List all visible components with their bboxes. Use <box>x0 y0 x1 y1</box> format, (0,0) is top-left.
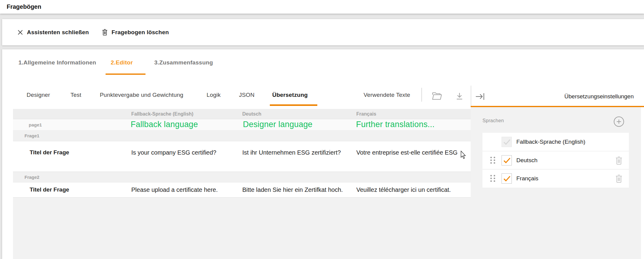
close-wizard-button[interactable]: Assistenten schließen <box>17 29 89 36</box>
delete-language-icon[interactable] <box>615 174 623 185</box>
mouse-cursor <box>461 151 467 161</box>
collapse-panel-button[interactable] <box>475 92 485 102</box>
tab-json[interactable]: JSON <box>239 92 254 98</box>
column-header-francais: Français <box>356 111 376 117</box>
group-label-frage2: Frage2 <box>25 175 39 180</box>
settings-panel-title: Übersetzungseinstellungen <box>564 93 634 100</box>
add-language-icon <box>613 123 624 128</box>
wizard-toolbar: Assistenten schließen Fragebogen löschen <box>2 19 644 45</box>
translation-settings-panel: Sprachen Fallback-Sprache (English) <box>471 107 641 259</box>
language-row-fallback: Fallback-Sprache (English) <box>482 133 629 151</box>
tab-uebersetzung[interactable]: Übersetzung <box>272 92 308 98</box>
group-label-frage1: Frage1 <box>25 133 39 138</box>
drag-handle-icon[interactable] <box>490 175 496 183</box>
table-row-frage1-title: Titel der Frage Is your company ESG cert… <box>13 141 471 172</box>
language-checkbox-francais[interactable] <box>502 173 512 184</box>
delete-language-icon[interactable] <box>615 156 623 166</box>
annotation-designer-language: Designer language <box>243 120 312 129</box>
tab-verwendete-texte[interactable]: Verwendete Texte <box>364 92 410 98</box>
annotation-fallback-language: Fallback language <box>131 120 198 129</box>
table-row-frage2-title: Titel der Frage Please upload a certific… <box>13 182 471 198</box>
close-icon <box>17 29 23 35</box>
download-icon <box>455 97 464 102</box>
table-group-frage2: Frage2 <box>13 172 471 182</box>
translation-cell-q1-francais[interactable]: Votre entreprise est-elle certifiée ESG <box>356 149 458 156</box>
add-language-button[interactable] <box>613 116 624 127</box>
row-label-titel-der-frage: Titel der Frage <box>30 186 69 193</box>
language-name: Deutsch <box>516 157 538 164</box>
delete-questionnaire-label: Fragebogen löschen <box>112 29 169 36</box>
language-row-deutsch: Deutsch <box>482 151 629 169</box>
tab-punktevergabe[interactable]: Punktevergabe und Gewichtung <box>100 92 183 98</box>
toolbar-divider <box>421 88 422 102</box>
translation-table: Fallback-Sprache (English) Deutsch Franç… <box>13 109 471 259</box>
folder-open-icon <box>431 97 442 102</box>
trash-icon <box>102 29 108 36</box>
translation-cell-q1-deutsch[interactable]: Ist ihr Unternehmen ESG zertifiziert? <box>242 149 341 156</box>
row-label-titel-der-frage: Titel der Frage <box>30 149 69 156</box>
language-checkbox-deutsch[interactable] <box>502 155 512 166</box>
table-header-row: Fallback-Sprache (English) Deutsch Franç… <box>13 109 471 119</box>
translation-cell-q2-deutsch[interactable]: Bitte laden Sie hier ein Zertifkat hoch. <box>242 186 343 193</box>
table-row-page1: page1 Fallback language Designer languag… <box>13 119 471 130</box>
editor-card: 1.Allgemeine Informationen 2.Editor 3.Zu… <box>2 49 644 259</box>
translation-cell-q1-fallback[interactable]: Is your company ESG certified? <box>131 149 216 156</box>
annotation-further-translations: Further translations... <box>356 120 435 129</box>
step-editor[interactable]: 2.Editor <box>111 59 133 66</box>
language-name: Français <box>516 175 538 182</box>
step-zusammenfassung[interactable]: 3.Zusammenfassung <box>154 59 213 66</box>
import-button[interactable] <box>431 91 442 102</box>
language-name: Fallback-Sprache (English) <box>516 139 585 145</box>
app-header: Fragebögen <box>0 0 644 14</box>
translation-cell-q2-francais[interactable]: Veuillez télécharger ici un certificat. <box>356 186 451 193</box>
language-row-francais: Français <box>482 169 629 187</box>
translation-cell-q2-fallback[interactable]: Please upload a certificate here. <box>131 186 218 193</box>
drag-handle-icon[interactable] <box>490 157 496 165</box>
column-header-fallback: Fallback-Sprache (English) <box>131 111 193 117</box>
table-group-frage1: Frage1 <box>13 130 471 141</box>
page-title: Fragebögen <box>7 3 41 10</box>
close-wizard-label: Assistenten schließen <box>27 29 89 36</box>
language-list: Fallback-Sprache (English) Deutsch <box>482 133 629 188</box>
active-tab-underline <box>270 104 317 106</box>
export-button[interactable] <box>455 92 464 102</box>
collapse-panel-icon <box>475 97 485 102</box>
tab-designer[interactable]: Designer <box>27 92 50 98</box>
delete-questionnaire-button[interactable]: Fragebogen löschen <box>102 29 169 36</box>
tab-test[interactable]: Test <box>70 92 81 98</box>
language-checkbox-fallback <box>502 137 512 147</box>
column-header-deutsch: Deutsch <box>242 111 261 117</box>
page-row-label: page1 <box>29 122 42 127</box>
active-step-underline <box>106 74 145 75</box>
tab-logik[interactable]: Logik <box>207 92 221 98</box>
table-empty-area <box>13 198 471 259</box>
languages-section-label: Sprachen <box>482 118 504 123</box>
step-allgemeine-informationen[interactable]: 1.Allgemeine Informationen <box>18 59 96 66</box>
